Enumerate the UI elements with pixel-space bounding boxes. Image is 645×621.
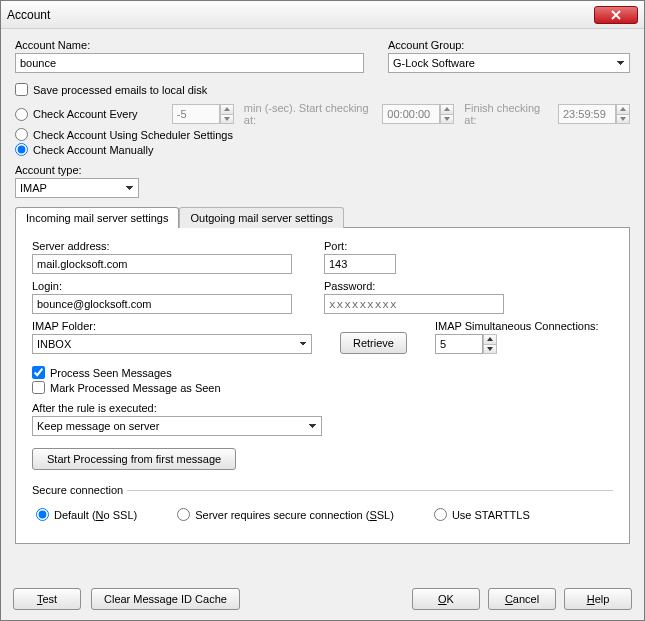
secure-connection-group: Secure connection Default (No SSL) Serve… <box>32 484 613 525</box>
connections-input[interactable] <box>435 334 483 354</box>
account-type-select[interactable]: IMAP <box>15 178 139 198</box>
check-every-radiobtn[interactable] <box>15 108 28 121</box>
check-scheduler-label: Check Account Using Scheduler Settings <box>33 129 233 141</box>
login-input[interactable] <box>32 294 292 314</box>
imap-folder-label: IMAP Folder: <box>32 320 312 332</box>
save-local-label: Save processed emails to local disk <box>33 84 207 96</box>
ssl-required-radio[interactable]: Server requires secure connection (SSL) <box>177 508 394 521</box>
process-seen-checkbox[interactable] <box>32 366 45 379</box>
chevron-down-icon[interactable] <box>483 344 497 355</box>
password-input[interactable] <box>324 294 504 314</box>
mark-seen-check[interactable]: Mark Processed Message as Seen <box>32 381 613 394</box>
chevron-up-icon[interactable] <box>220 104 234 114</box>
finish-time-input[interactable] <box>558 104 616 124</box>
chevron-down-icon[interactable] <box>220 114 234 125</box>
finish-time-label: Finish checking at: <box>464 102 548 126</box>
content-area: Account Name: Account Group: G-Lock Soft… <box>1 29 644 556</box>
mark-seen-label: Mark Processed Message as Seen <box>50 382 221 394</box>
start-processing-button[interactable]: Start Processing from first message <box>32 448 236 470</box>
test-button[interactable]: Test <box>13 588 81 610</box>
secure-legend: Secure connection <box>32 484 127 496</box>
finish-time-spin-buttons[interactable] <box>616 104 630 124</box>
ssl-required-label: Server requires secure connection (SSL) <box>195 509 394 521</box>
process-seen-check[interactable]: Process Seen Messages <box>32 366 613 379</box>
tab-incoming[interactable]: Incoming mail server settings <box>15 207 179 228</box>
tab-strip: Incoming mail server settings Outgoing m… <box>15 206 630 227</box>
connections-spinner[interactable] <box>435 334 599 354</box>
account-type-label: Account type: <box>15 164 139 176</box>
window-title: Account <box>7 8 594 22</box>
ssl-default-radio[interactable]: Default (No SSL) <box>36 508 137 521</box>
clear-cache-button[interactable]: Clear Message ID Cache <box>91 588 240 610</box>
connections-spin-buttons[interactable] <box>483 334 497 354</box>
port-input[interactable] <box>324 254 396 274</box>
imap-folder-select[interactable]: INBOX <box>32 334 312 354</box>
port-label: Port: <box>324 240 396 252</box>
password-label: Password: <box>324 280 504 292</box>
cancel-button[interactable]: Cancel <box>488 588 556 610</box>
ssl-starttls-label: Use STARTTLS <box>452 509 530 521</box>
account-group-label: Account Group: <box>388 39 630 51</box>
dialog-footer: Test Clear Message ID Cache OK Cancel He… <box>1 582 644 610</box>
account-name-label: Account Name: <box>15 39 364 51</box>
titlebar: Account <box>1 1 644 29</box>
account-name-input[interactable] <box>15 53 364 73</box>
retrieve-button[interactable]: Retrieve <box>340 332 407 354</box>
check-scheduler-radiobtn[interactable] <box>15 128 28 141</box>
ok-button[interactable]: OK <box>412 588 480 610</box>
finish-time-spinner[interactable] <box>558 104 630 124</box>
chevron-up-icon[interactable] <box>483 334 497 344</box>
server-address-input[interactable] <box>32 254 292 274</box>
account-group-select[interactable]: G-Lock Software <box>388 53 630 73</box>
incoming-panel: Server address: Port: Login: Password: <box>15 227 630 544</box>
ssl-default-label: Default (No SSL) <box>54 509 137 521</box>
ssl-starttls-radio[interactable]: Use STARTTLS <box>434 508 530 521</box>
check-manual-label: Check Account Manually <box>33 144 153 156</box>
process-seen-label: Process Seen Messages <box>50 367 172 379</box>
mark-seen-checkbox[interactable] <box>32 381 45 394</box>
interval-unit-label: min (-sec). Start checking at: <box>244 102 373 126</box>
connections-label: IMAP Simultaneous Connections: <box>435 320 599 332</box>
check-manual-radio[interactable]: Check Account Manually <box>15 143 630 156</box>
help-button[interactable]: Help <box>564 588 632 610</box>
server-address-label: Server address: <box>32 240 292 252</box>
start-time-spin-buttons[interactable] <box>440 104 454 124</box>
interval-spin-buttons[interactable] <box>220 104 234 124</box>
chevron-down-icon[interactable] <box>616 114 630 125</box>
ssl-default-radiobtn[interactable] <box>36 508 49 521</box>
login-label: Login: <box>32 280 292 292</box>
close-button[interactable] <box>594 6 638 24</box>
check-every-radio[interactable]: Check Account Every <box>15 108 162 121</box>
chevron-up-icon[interactable] <box>616 104 630 114</box>
after-rule-select[interactable]: Keep message on server <box>32 416 322 436</box>
interval-input[interactable] <box>172 104 220 124</box>
check-manual-radiobtn[interactable] <box>15 143 28 156</box>
chevron-up-icon[interactable] <box>440 104 454 114</box>
account-dialog: Account Account Name: Account Group: G-L… <box>0 0 645 621</box>
ssl-required-radiobtn[interactable] <box>177 508 190 521</box>
close-icon <box>611 10 621 20</box>
check-every-label: Check Account Every <box>33 108 138 120</box>
ssl-starttls-radiobtn[interactable] <box>434 508 447 521</box>
start-time-input[interactable] <box>382 104 440 124</box>
interval-spinner[interactable] <box>172 104 234 124</box>
start-time-spinner[interactable] <box>382 104 454 124</box>
check-scheduler-radio[interactable]: Check Account Using Scheduler Settings <box>15 128 630 141</box>
save-local-check[interactable]: Save processed emails to local disk <box>15 83 630 96</box>
after-rule-label: After the rule is executed: <box>32 402 322 414</box>
tab-outgoing[interactable]: Outgoing mail server settings <box>179 207 343 228</box>
chevron-down-icon[interactable] <box>440 114 454 125</box>
save-local-checkbox[interactable] <box>15 83 28 96</box>
